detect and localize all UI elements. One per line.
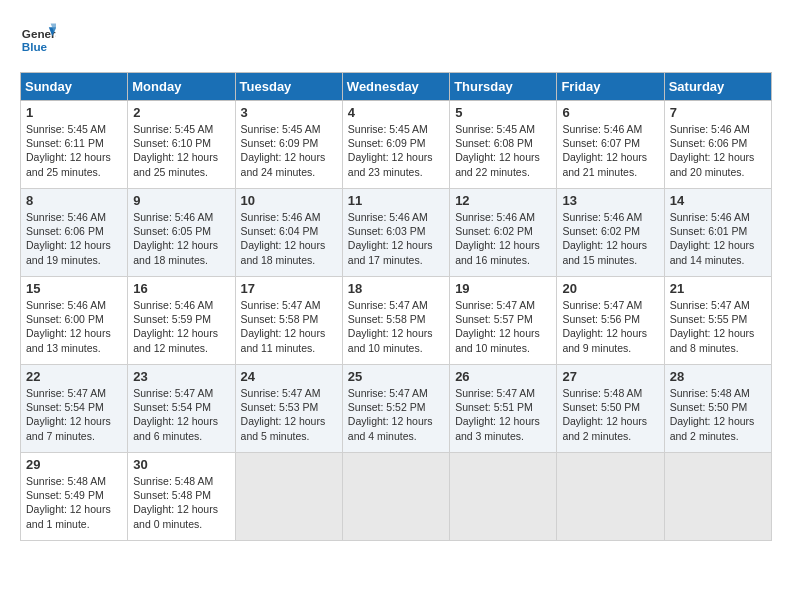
day-info: Sunrise: 5:48 AM Sunset: 5:50 PM Dayligh… (670, 386, 766, 443)
calendar-cell: 15Sunrise: 5:46 AM Sunset: 6:00 PM Dayli… (21, 277, 128, 365)
page-header: General Blue (20, 20, 772, 56)
day-number: 9 (133, 193, 229, 208)
day-number: 3 (241, 105, 337, 120)
calendar-cell: 20Sunrise: 5:47 AM Sunset: 5:56 PM Dayli… (557, 277, 664, 365)
calendar-cell: 18Sunrise: 5:47 AM Sunset: 5:58 PM Dayli… (342, 277, 449, 365)
calendar-cell: 29Sunrise: 5:48 AM Sunset: 5:49 PM Dayli… (21, 453, 128, 541)
calendar-cell: 10Sunrise: 5:46 AM Sunset: 6:04 PM Dayli… (235, 189, 342, 277)
calendar-week-4: 22Sunrise: 5:47 AM Sunset: 5:54 PM Dayli… (21, 365, 772, 453)
day-info: Sunrise: 5:47 AM Sunset: 5:58 PM Dayligh… (348, 298, 444, 355)
day-number: 12 (455, 193, 551, 208)
day-info: Sunrise: 5:48 AM Sunset: 5:49 PM Dayligh… (26, 474, 122, 531)
calendar-week-1: 1Sunrise: 5:45 AM Sunset: 6:11 PM Daylig… (21, 101, 772, 189)
day-info: Sunrise: 5:47 AM Sunset: 5:51 PM Dayligh… (455, 386, 551, 443)
calendar-cell: 12Sunrise: 5:46 AM Sunset: 6:02 PM Dayli… (450, 189, 557, 277)
logo: General Blue (20, 20, 56, 56)
day-number: 18 (348, 281, 444, 296)
logo-icon: General Blue (20, 20, 56, 56)
calendar-week-2: 8Sunrise: 5:46 AM Sunset: 6:06 PM Daylig… (21, 189, 772, 277)
day-info: Sunrise: 5:47 AM Sunset: 5:54 PM Dayligh… (26, 386, 122, 443)
day-info: Sunrise: 5:46 AM Sunset: 6:02 PM Dayligh… (455, 210, 551, 267)
calendar-cell: 11Sunrise: 5:46 AM Sunset: 6:03 PM Dayli… (342, 189, 449, 277)
day-number: 30 (133, 457, 229, 472)
svg-text:Blue: Blue (22, 40, 48, 53)
day-number: 22 (26, 369, 122, 384)
calendar-cell: 28Sunrise: 5:48 AM Sunset: 5:50 PM Dayli… (664, 365, 771, 453)
calendar-cell: 19Sunrise: 5:47 AM Sunset: 5:57 PM Dayli… (450, 277, 557, 365)
day-info: Sunrise: 5:47 AM Sunset: 5:57 PM Dayligh… (455, 298, 551, 355)
day-number: 5 (455, 105, 551, 120)
day-info: Sunrise: 5:46 AM Sunset: 6:03 PM Dayligh… (348, 210, 444, 267)
day-info: Sunrise: 5:47 AM Sunset: 5:52 PM Dayligh… (348, 386, 444, 443)
day-number: 16 (133, 281, 229, 296)
calendar-cell: 24Sunrise: 5:47 AM Sunset: 5:53 PM Dayli… (235, 365, 342, 453)
day-number: 8 (26, 193, 122, 208)
calendar-cell (664, 453, 771, 541)
calendar-cell: 8Sunrise: 5:46 AM Sunset: 6:06 PM Daylig… (21, 189, 128, 277)
day-info: Sunrise: 5:45 AM Sunset: 6:08 PM Dayligh… (455, 122, 551, 179)
calendar-cell: 27Sunrise: 5:48 AM Sunset: 5:50 PM Dayli… (557, 365, 664, 453)
day-number: 28 (670, 369, 766, 384)
calendar-cell: 3Sunrise: 5:45 AM Sunset: 6:09 PM Daylig… (235, 101, 342, 189)
day-info: Sunrise: 5:47 AM Sunset: 5:56 PM Dayligh… (562, 298, 658, 355)
day-info: Sunrise: 5:46 AM Sunset: 6:02 PM Dayligh… (562, 210, 658, 267)
day-info: Sunrise: 5:46 AM Sunset: 6:06 PM Dayligh… (26, 210, 122, 267)
day-number: 13 (562, 193, 658, 208)
day-number: 11 (348, 193, 444, 208)
calendar-cell: 23Sunrise: 5:47 AM Sunset: 5:54 PM Dayli… (128, 365, 235, 453)
calendar-cell: 4Sunrise: 5:45 AM Sunset: 6:09 PM Daylig… (342, 101, 449, 189)
day-number: 4 (348, 105, 444, 120)
header-tuesday: Tuesday (235, 73, 342, 101)
day-number: 26 (455, 369, 551, 384)
calendar-cell: 22Sunrise: 5:47 AM Sunset: 5:54 PM Dayli… (21, 365, 128, 453)
day-info: Sunrise: 5:47 AM Sunset: 5:58 PM Dayligh… (241, 298, 337, 355)
day-info: Sunrise: 5:46 AM Sunset: 6:06 PM Dayligh… (670, 122, 766, 179)
day-number: 21 (670, 281, 766, 296)
calendar-cell (235, 453, 342, 541)
day-number: 24 (241, 369, 337, 384)
day-info: Sunrise: 5:46 AM Sunset: 6:01 PM Dayligh… (670, 210, 766, 267)
calendar-table: Sunday Monday Tuesday Wednesday Thursday… (20, 72, 772, 541)
day-info: Sunrise: 5:48 AM Sunset: 5:48 PM Dayligh… (133, 474, 229, 531)
day-number: 17 (241, 281, 337, 296)
day-info: Sunrise: 5:47 AM Sunset: 5:55 PM Dayligh… (670, 298, 766, 355)
calendar-cell: 26Sunrise: 5:47 AM Sunset: 5:51 PM Dayli… (450, 365, 557, 453)
day-number: 1 (26, 105, 122, 120)
calendar-cell: 17Sunrise: 5:47 AM Sunset: 5:58 PM Dayli… (235, 277, 342, 365)
header-saturday: Saturday (664, 73, 771, 101)
day-info: Sunrise: 5:46 AM Sunset: 5:59 PM Dayligh… (133, 298, 229, 355)
header-thursday: Thursday (450, 73, 557, 101)
calendar-cell: 2Sunrise: 5:45 AM Sunset: 6:10 PM Daylig… (128, 101, 235, 189)
day-info: Sunrise: 5:46 AM Sunset: 6:00 PM Dayligh… (26, 298, 122, 355)
days-header-row: Sunday Monday Tuesday Wednesday Thursday… (21, 73, 772, 101)
calendar-cell: 5Sunrise: 5:45 AM Sunset: 6:08 PM Daylig… (450, 101, 557, 189)
calendar-cell: 6Sunrise: 5:46 AM Sunset: 6:07 PM Daylig… (557, 101, 664, 189)
day-number: 19 (455, 281, 551, 296)
day-info: Sunrise: 5:48 AM Sunset: 5:50 PM Dayligh… (562, 386, 658, 443)
header-sunday: Sunday (21, 73, 128, 101)
day-number: 6 (562, 105, 658, 120)
calendar-cell: 9Sunrise: 5:46 AM Sunset: 6:05 PM Daylig… (128, 189, 235, 277)
calendar-cell: 25Sunrise: 5:47 AM Sunset: 5:52 PM Dayli… (342, 365, 449, 453)
calendar-cell: 30Sunrise: 5:48 AM Sunset: 5:48 PM Dayli… (128, 453, 235, 541)
day-info: Sunrise: 5:45 AM Sunset: 6:09 PM Dayligh… (348, 122, 444, 179)
day-info: Sunrise: 5:46 AM Sunset: 6:07 PM Dayligh… (562, 122, 658, 179)
day-number: 10 (241, 193, 337, 208)
calendar-cell: 13Sunrise: 5:46 AM Sunset: 6:02 PM Dayli… (557, 189, 664, 277)
day-number: 23 (133, 369, 229, 384)
day-number: 25 (348, 369, 444, 384)
day-info: Sunrise: 5:47 AM Sunset: 5:54 PM Dayligh… (133, 386, 229, 443)
day-number: 15 (26, 281, 122, 296)
day-info: Sunrise: 5:46 AM Sunset: 6:05 PM Dayligh… (133, 210, 229, 267)
calendar-week-5: 29Sunrise: 5:48 AM Sunset: 5:49 PM Dayli… (21, 453, 772, 541)
day-number: 27 (562, 369, 658, 384)
day-info: Sunrise: 5:46 AM Sunset: 6:04 PM Dayligh… (241, 210, 337, 267)
day-number: 7 (670, 105, 766, 120)
day-number: 20 (562, 281, 658, 296)
day-info: Sunrise: 5:45 AM Sunset: 6:11 PM Dayligh… (26, 122, 122, 179)
calendar-cell: 16Sunrise: 5:46 AM Sunset: 5:59 PM Dayli… (128, 277, 235, 365)
day-number: 29 (26, 457, 122, 472)
calendar-cell (557, 453, 664, 541)
calendar-cell (342, 453, 449, 541)
calendar-cell (450, 453, 557, 541)
